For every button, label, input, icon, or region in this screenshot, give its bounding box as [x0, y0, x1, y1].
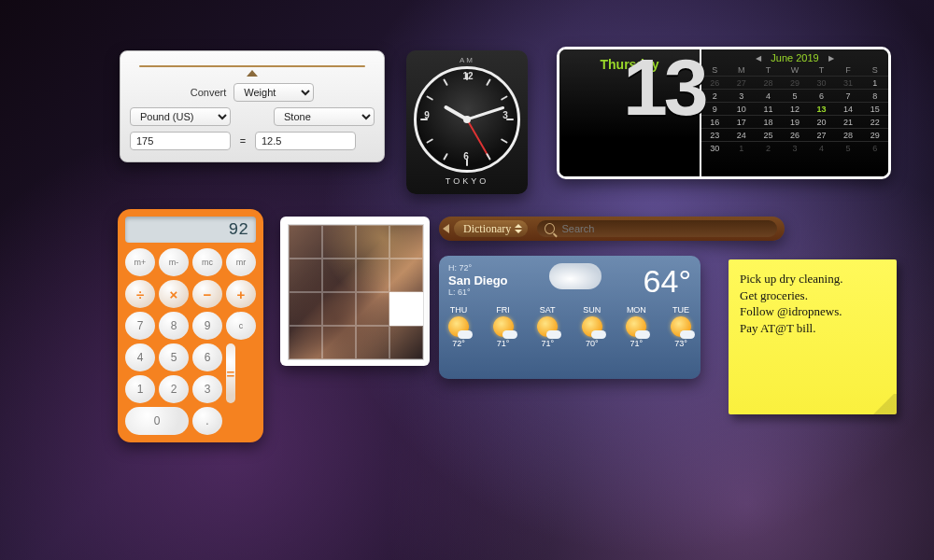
weather-widget[interactable]: H: 72° San Diego L: 61° 64° THU72°FRI71°…: [439, 256, 700, 379]
calc-key-6[interactable]: 6: [192, 343, 222, 371]
calendar-day[interactable]: 25: [755, 129, 782, 142]
calendar-day[interactable]: 18: [755, 116, 782, 129]
puzzle-tile[interactable]: [389, 292, 423, 326]
calendar-day[interactable]: 17: [729, 116, 756, 129]
calc-key-−[interactable]: −: [192, 280, 222, 308]
calendar-day[interactable]: 1: [861, 77, 888, 90]
puzzle-tile[interactable]: [322, 326, 356, 359]
sticky-line[interactable]: Pay AT@T bill.: [740, 320, 885, 337]
to-unit-select[interactable]: Stone: [274, 107, 375, 126]
calendar-day[interactable]: 13: [808, 103, 835, 116]
puzzle-tile[interactable]: [289, 326, 322, 359]
calendar-day[interactable]: 20: [808, 116, 835, 129]
calc-key-9[interactable]: 9: [192, 312, 222, 340]
calendar-day[interactable]: 4: [808, 142, 835, 155]
puzzle-tile[interactable]: [389, 326, 423, 359]
puzzle-tile[interactable]: [322, 259, 356, 292]
puzzle-tile[interactable]: [356, 326, 389, 359]
calc-key-mc[interactable]: mc: [192, 248, 222, 276]
calendar-day[interactable]: 16: [701, 116, 729, 129]
calc-key-4[interactable]: 4: [125, 343, 155, 371]
from-unit-select[interactable]: Pound (US): [130, 107, 231, 126]
dictionary-widget[interactable]: Dictionary: [439, 217, 785, 241]
puzzle-tile[interactable]: [289, 259, 322, 292]
calendar-widget[interactable]: Thursday 13 ◀ June 2019 ▶ SMTWTFS 262728…: [557, 47, 891, 179]
calendar-day[interactable]: 27: [808, 129, 835, 142]
calendar-day[interactable]: 4: [755, 90, 782, 103]
calendar-day[interactable]: 12: [782, 103, 809, 116]
calendar-day[interactable]: 28: [755, 77, 782, 90]
calendar-day[interactable]: 15: [861, 103, 888, 116]
sticky-line[interactable]: Follow @idropnews.: [740, 303, 885, 320]
calendar-day[interactable]: 27: [729, 77, 756, 90]
calc-key-÷[interactable]: ÷: [125, 280, 155, 308]
calendar-day[interactable]: 11: [755, 103, 782, 116]
calc-key-+[interactable]: +: [226, 280, 256, 308]
calc-key-=[interactable]: =: [226, 343, 235, 403]
calendar-day[interactable]: 7: [835, 90, 862, 103]
disclosure-icon[interactable]: [443, 224, 449, 233]
calc-key-3[interactable]: 3: [192, 375, 222, 403]
calendar-day[interactable]: 19: [782, 116, 809, 129]
to-value-input[interactable]: [255, 132, 356, 150]
puzzle-tile[interactable]: [389, 225, 423, 259]
calc-key-7[interactable]: 7: [125, 312, 155, 340]
calc-key-m-[interactable]: m-: [159, 248, 189, 276]
calendar-day[interactable]: 30: [808, 77, 835, 90]
sticky-line[interactable]: Get groceries.: [740, 287, 885, 304]
category-select[interactable]: Weight: [234, 83, 314, 102]
puzzle-tile[interactable]: [356, 292, 389, 326]
sticky-note-widget[interactable]: Pick up dry cleaning.Get groceries.Follo…: [729, 259, 897, 414]
world-clock-widget[interactable]: AM 12369 TOKYO: [406, 50, 528, 194]
calendar-day[interactable]: 26: [782, 129, 809, 142]
sticky-line[interactable]: Pick up dry cleaning.: [740, 271, 885, 287]
calendar-day[interactable]: 10: [729, 103, 756, 116]
calendar-day[interactable]: 26: [701, 77, 729, 90]
calendar-day[interactable]: 3: [729, 90, 756, 103]
calendar-day[interactable]: 14: [835, 103, 862, 116]
calendar-day[interactable]: 8: [861, 90, 888, 103]
calc-key-c[interactable]: c: [226, 312, 256, 340]
calc-key-×[interactable]: ×: [159, 280, 189, 308]
puzzle-tile[interactable]: [289, 292, 322, 326]
puzzle-tile[interactable]: [356, 225, 389, 259]
calc-key-0[interactable]: 0: [125, 407, 189, 435]
dictionary-mode-select[interactable]: Dictionary: [454, 220, 528, 237]
from-value-input[interactable]: [130, 132, 231, 150]
calendar-day[interactable]: 6: [808, 90, 835, 103]
calendar-day[interactable]: 5: [782, 90, 809, 103]
calendar-day[interactable]: 2: [701, 90, 729, 103]
calc-key-2[interactable]: 2: [159, 375, 189, 403]
calendar-day[interactable]: 30: [701, 142, 729, 155]
calendar-day[interactable]: 22: [861, 116, 888, 129]
calendar-day[interactable]: 5: [835, 142, 862, 155]
calc-key-m+[interactable]: m+: [125, 248, 155, 276]
calc-key-mr[interactable]: mr: [226, 248, 256, 276]
calc-key-8[interactable]: 8: [159, 312, 189, 340]
unit-converter-widget[interactable]: Convert Weight Pound (US) Stone =: [120, 50, 385, 162]
puzzle-tile[interactable]: [289, 225, 322, 259]
next-month-button[interactable]: ▶: [828, 54, 834, 63]
calendar-day[interactable]: 29: [861, 129, 888, 142]
calendar-day[interactable]: 6: [861, 142, 888, 155]
puzzle-tile[interactable]: [389, 259, 423, 292]
calendar-day[interactable]: 31: [835, 77, 862, 90]
calendar-day[interactable]: 3: [782, 142, 809, 155]
puzzle-tile[interactable]: [322, 292, 356, 326]
calendar-day[interactable]: 23: [701, 129, 729, 142]
calc-key-1[interactable]: 1: [125, 375, 155, 403]
calendar-day[interactable]: 1: [729, 142, 756, 155]
puzzle-grid[interactable]: [288, 224, 424, 360]
calc-key-.[interactable]: .: [192, 407, 222, 435]
calendar-day[interactable]: 2: [755, 142, 782, 155]
puzzle-tile[interactable]: [322, 225, 356, 259]
search-field[interactable]: [537, 220, 777, 237]
calendar-day[interactable]: 29: [782, 77, 809, 90]
calendar-day[interactable]: 28: [835, 129, 862, 142]
tile-puzzle-widget[interactable]: [280, 217, 430, 366]
puzzle-tile[interactable]: [356, 259, 389, 292]
calendar-day[interactable]: 24: [729, 129, 756, 142]
prev-month-button[interactable]: ◀: [756, 54, 761, 63]
calendar-day[interactable]: 9: [701, 103, 729, 116]
search-input[interactable]: [559, 222, 770, 235]
